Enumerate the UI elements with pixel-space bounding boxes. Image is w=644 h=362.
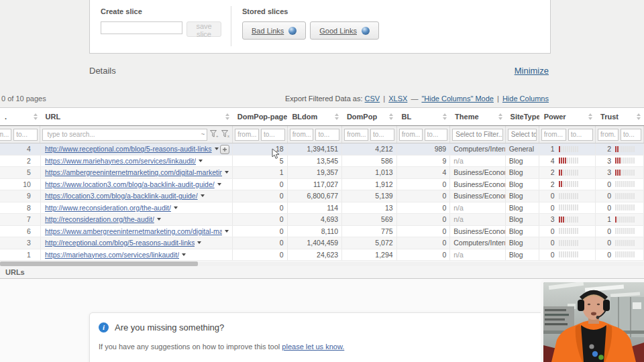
table-row[interactable]: 10https://www.location3.com/blog/a-backl… (0, 179, 644, 191)
gauge-tick (625, 193, 627, 199)
regex-toggle-icon[interactable]: ~ (201, 131, 205, 138)
export-csv-link[interactable]: CSV (365, 95, 380, 103)
column-header-sitetype[interactable]: SiteType (506, 108, 539, 125)
sort-icon[interactable] (637, 113, 641, 120)
gauge-tick (563, 251, 564, 257)
url-dropdown-icon[interactable] (197, 241, 201, 244)
gauge-tick (631, 240, 633, 246)
url-link[interactable]: http://reconsideration.org/the-audit/ (45, 215, 154, 223)
filter-from-input[interactable] (541, 129, 566, 141)
table-row[interactable]: 8http://www.reconsideration.org/the-audi… (0, 202, 644, 215)
filter-to-input[interactable] (261, 129, 285, 141)
hide-columns-link[interactable]: Hide Columns (502, 95, 549, 103)
url-link[interactable]: http://www.receptional.com/blog/5-reason… (45, 145, 212, 153)
column-header-power[interactable]: Power (539, 108, 596, 125)
url-link[interactable]: https://mariehaynes.com/services/linkaud… (45, 251, 179, 259)
url-dropdown-icon[interactable] (225, 230, 229, 233)
sort-icon[interactable] (335, 113, 339, 120)
column-header-dompop[interactable]: DomPop (342, 108, 397, 125)
gauge-tick (575, 170, 576, 176)
column-header-bl[interactable]: BL (396, 108, 450, 125)
gauge-tick (567, 193, 568, 199)
dompop-cell: 4,212 (342, 143, 396, 155)
table-row[interactable]: 1https://mariehaynes.com/services/linkau… (0, 249, 644, 261)
export-xlsx-link[interactable]: XLSX (388, 95, 407, 103)
trust-cell: 3 (596, 167, 644, 178)
add-filter-icon[interactable]: + (210, 129, 219, 141)
add-to-slice-button[interactable] (220, 145, 229, 154)
clear-filter-icon[interactable]: x (221, 129, 230, 141)
sort-icon[interactable] (389, 113, 393, 120)
url-cell: https://www.ambergreeninternetmarketing.… (41, 226, 233, 237)
url-dropdown-icon[interactable] (182, 253, 186, 256)
filter-to-input[interactable] (13, 129, 38, 141)
horizontal-scrollbar[interactable] (0, 261, 644, 266)
filter-from-input[interactable] (290, 129, 314, 141)
sort-icon[interactable] (34, 113, 38, 120)
gauge-tick (621, 158, 623, 164)
filter-to-input[interactable] (621, 129, 641, 141)
sort-icon[interactable] (225, 113, 229, 120)
minimize-link[interactable]: Minimize (515, 66, 549, 76)
table-row[interactable]: 3http://receptional.com/blog/5-reasons-a… (0, 237, 644, 249)
column-header-trust[interactable]: Trust (596, 108, 644, 125)
filter-to-input[interactable] (315, 129, 339, 141)
filter-select-sitetype[interactable]: Select to Filter... (508, 129, 537, 141)
filter-to-input[interactable] (370, 129, 394, 141)
url-link[interactable]: http://receptional.com/blog/5-reasons-au… (45, 239, 195, 247)
table-row[interactable]: 6https://www.ambergreeninternetmarketing… (0, 226, 644, 238)
filter-select-theme[interactable]: Select to Filter... (452, 129, 502, 141)
url-dropdown-icon[interactable] (174, 206, 178, 209)
table-row[interactable]: 4http://www.receptional.com/blog/5-reaso… (0, 143, 644, 156)
hide-columns-mode-link[interactable]: "Hide Columns" Mode (421, 95, 493, 103)
filter-from-input[interactable] (399, 129, 423, 141)
filter-from-input[interactable] (598, 129, 619, 141)
url-dropdown-icon[interactable] (199, 160, 203, 162)
table-row[interactable]: 7http://reconsideration.org/the-audit/04… (0, 214, 644, 226)
url-link[interactable]: https://ambergreeninternetmarketing.com/… (45, 168, 222, 176)
url-link[interactable]: https://location3.com/blog/a-backlink-au… (45, 192, 198, 200)
row-number-cell: 6 (0, 226, 41, 237)
url-dropdown-icon[interactable] (225, 171, 229, 174)
column-header-theme[interactable]: Theme (450, 108, 505, 125)
column-label: . (5, 113, 7, 121)
url-link[interactable]: http://www.reconsideration.org/the-audit… (45, 204, 171, 212)
filter-from-input[interactable] (235, 129, 259, 141)
trust-value: 0 (599, 227, 611, 235)
filter-to-input[interactable] (425, 129, 448, 141)
url-dropdown-icon[interactable] (217, 183, 221, 186)
url-link[interactable]: https://www.location3.com/blog/a-backlin… (45, 180, 215, 188)
bad-links-button[interactable]: Bad Links (242, 21, 306, 40)
url-dropdown-icon[interactable] (215, 147, 219, 150)
url-search-input[interactable] (45, 130, 199, 139)
good-links-button[interactable]: Good Links (310, 21, 379, 40)
sort-icon[interactable] (588, 113, 592, 120)
table-row[interactable]: 2https://www.mariehaynes.com/services/li… (0, 156, 644, 168)
feedback-link[interactable]: please let us know. (282, 343, 344, 351)
column-header-num[interactable]: . (0, 108, 41, 125)
url-dropdown-icon[interactable] (157, 218, 161, 221)
gauge-tick (569, 181, 570, 187)
scrollbar-thumb[interactable] (0, 261, 198, 266)
gauge-tick (617, 228, 619, 234)
url-link[interactable]: https://www.ambergreeninternetmarketing.… (45, 227, 222, 235)
filter-bldom (288, 126, 342, 143)
slice-name-input[interactable] (101, 21, 182, 34)
column-header-url[interactable]: URL (41, 108, 233, 125)
sort-icon[interactable] (443, 113, 447, 120)
table-row[interactable]: 5https://ambergreeninternetmarketing.com… (0, 167, 644, 179)
sort-icon[interactable] (498, 113, 502, 120)
theme-cell: Business/Economy (450, 167, 505, 178)
table-row[interactable]: 9https://location3.com/blog/a-backlink-a… (0, 190, 644, 202)
webcam-overlay[interactable] (541, 280, 644, 362)
column-header-dompop_page[interactable]: DomPop-page (233, 108, 288, 125)
gauge-tick (561, 228, 562, 234)
save-slice-button[interactable]: save slice (186, 21, 221, 37)
filter-from-input[interactable] (344, 129, 368, 141)
filter-to-input[interactable] (568, 129, 593, 141)
gauge-tick (617, 146, 619, 152)
filter-from-input[interactable] (0, 129, 11, 141)
url-dropdown-icon[interactable] (201, 194, 205, 197)
column-header-bldom[interactable]: BLdom (287, 108, 342, 125)
url-link[interactable]: https://www.mariehaynes.com/services/lin… (45, 157, 196, 165)
